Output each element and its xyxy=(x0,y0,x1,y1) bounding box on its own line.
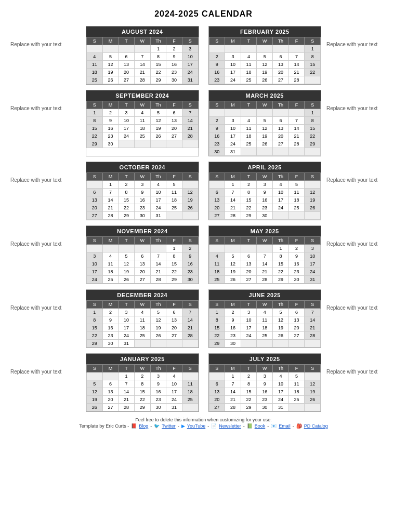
cal-day: 26 xyxy=(225,276,241,284)
cal-day: 10 xyxy=(119,316,135,324)
cal-day: 3 xyxy=(305,245,321,252)
cal-day xyxy=(257,148,273,156)
cal-day: 11 xyxy=(102,260,119,268)
cal-day: 3 xyxy=(87,252,103,260)
calendar-july-2025: JULY 2025SMTWThFS12345678910111213141516… xyxy=(208,353,322,412)
cal-day xyxy=(87,245,103,252)
cal-day: 4 xyxy=(134,309,150,316)
cal-day: 8 xyxy=(87,316,103,324)
twitter-link[interactable]: Twitter xyxy=(162,423,176,429)
cal-day xyxy=(257,245,273,252)
col-header-s: S xyxy=(209,237,225,245)
cal-day: 1 xyxy=(225,181,241,189)
col-header-w: W xyxy=(257,101,273,109)
cal-day: 15 xyxy=(273,260,289,268)
cal-day: 15 xyxy=(305,125,321,132)
cal-day: 17 xyxy=(119,324,135,332)
col-header-th: Th xyxy=(150,173,166,181)
cal-day: 2 xyxy=(102,309,119,316)
cal-day: 19 xyxy=(273,324,289,332)
cal-day: 13 xyxy=(273,61,289,69)
cal-day xyxy=(257,45,273,53)
col-header-s: S xyxy=(182,365,198,373)
calendar-row: Replace with your textOCTOBER 2024SMTWTh… xyxy=(10,162,397,220)
col-header-f: F xyxy=(166,365,182,373)
col-header-s: S xyxy=(182,237,198,245)
cal-day: 29 xyxy=(87,140,103,148)
cal-table: SMTWThFS12345678910111213141516171819202… xyxy=(209,101,321,156)
calendars-pair: OCTOBER 2024SMTWThFS12345678910111213141… xyxy=(86,162,321,220)
pd-link[interactable]: PD Catalog xyxy=(304,423,328,429)
col-header-s: S xyxy=(87,101,103,109)
calendar-september-2024: SEPTEMBER 2024SMTWThFS123456789101112131… xyxy=(86,90,199,156)
cal-day: 17 xyxy=(273,388,289,396)
cal-day: 17 xyxy=(166,388,182,396)
cal-day: 18 xyxy=(182,388,198,396)
col-header-th: Th xyxy=(273,365,289,373)
cal-day: 18 xyxy=(257,324,273,332)
side-text-left: Replace with your text xyxy=(10,353,86,375)
cal-day: 24 xyxy=(241,332,257,340)
blog-link[interactable]: Blog xyxy=(139,423,148,429)
cal-header: NOVEMBER 2024 xyxy=(86,226,199,236)
cal-day: 11 xyxy=(134,117,150,125)
cal-day: 22 xyxy=(119,204,135,212)
cal-header: AUGUST 2024 xyxy=(86,26,199,37)
cal-day xyxy=(182,340,198,348)
cal-day: 4 xyxy=(273,373,289,380)
cal-day: 20 xyxy=(241,268,257,276)
cal-day xyxy=(225,45,241,53)
cal-day: 10 xyxy=(273,380,289,388)
cal-day: 1 xyxy=(150,45,166,53)
cal-day: 14 xyxy=(150,260,166,268)
col-header-t: T xyxy=(119,301,135,309)
col-header-f: F xyxy=(288,301,305,309)
cal-day: 26 xyxy=(87,404,103,411)
cal-day: 30 xyxy=(150,404,166,411)
cal-header: SEPTEMBER 2024 xyxy=(86,90,199,101)
cal-day: 22 xyxy=(134,396,150,404)
youtube-link[interactable]: YouTube xyxy=(187,423,205,429)
cal-day: 7 xyxy=(150,252,166,260)
cal-day: 9 xyxy=(209,125,225,132)
cal-day: 3 xyxy=(241,309,257,316)
cal-day: 26 xyxy=(150,132,166,140)
cal-day: 16 xyxy=(182,260,198,268)
cal-day: 24 xyxy=(273,396,289,404)
cal-day: 16 xyxy=(150,388,166,396)
cal-day: 27 xyxy=(273,76,289,84)
col-header-s: S xyxy=(305,101,321,109)
book-link[interactable]: Book xyxy=(255,423,266,429)
twitter-icon: 🐦 xyxy=(154,423,160,429)
cal-day: 21 xyxy=(288,69,305,76)
cal-day xyxy=(241,109,257,117)
cal-day: 26 xyxy=(305,204,321,212)
cal-day: 11 xyxy=(241,125,257,132)
cal-table: SMTWThFS12345678910111213141516171819202… xyxy=(209,300,321,348)
cal-day: 8 xyxy=(87,117,103,125)
cal-day: 2 xyxy=(241,373,257,380)
cal-day: 19 xyxy=(150,125,166,132)
cal-day: 2 xyxy=(288,245,305,252)
cal-day: 12 xyxy=(225,260,241,268)
newsletter-link[interactable]: Newsletter xyxy=(219,423,241,429)
col-header-th: Th xyxy=(150,301,166,309)
cal-day: 5 xyxy=(150,109,166,117)
cal-day: 30 xyxy=(182,276,198,284)
cal-day: 11 xyxy=(87,61,103,69)
cal-day xyxy=(288,404,305,411)
cal-day: 16 xyxy=(257,388,273,396)
footer-template-by: Template by Eric Curts - xyxy=(79,423,129,429)
cal-day: 15 xyxy=(241,388,257,396)
cal-day xyxy=(209,181,225,189)
cal-day: 23 xyxy=(166,69,182,76)
email-link[interactable]: Email xyxy=(279,423,291,429)
cal-day: 14 xyxy=(225,196,241,204)
cal-day: 23 xyxy=(182,268,198,276)
cal-day: 30 xyxy=(102,340,119,348)
cal-day xyxy=(134,340,150,348)
cal-day xyxy=(273,212,289,220)
cal-day: 11 xyxy=(257,316,273,324)
cal-day: 12 xyxy=(257,125,273,132)
footer: Feel free to delete this information whe… xyxy=(10,417,397,432)
